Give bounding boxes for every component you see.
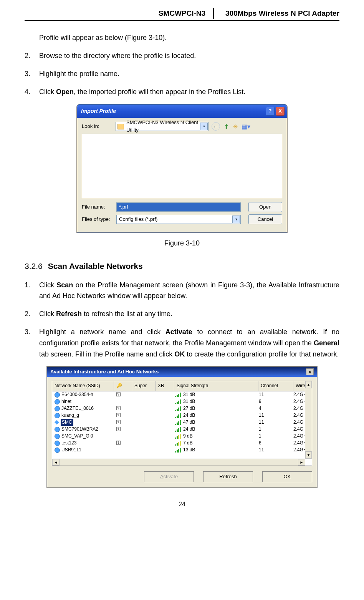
close-button[interactable]: X [276,107,285,116]
step-text: Browse to the directory where the profil… [39,52,196,60]
col-ssid[interactable]: Network Name (SSID) [52,381,114,391]
new-folder-icon[interactable]: ✳ [233,122,238,132]
filename-label: File name: [82,203,113,211]
page-header: SMCWPCI-N3 300Mbps Wireless N PCI Adapte… [25,8,339,21]
step-text: Click Scan on the Profile Management scr… [39,281,339,300]
cancel-button[interactable]: Cancel [248,214,282,224]
help-button[interactable]: ? [266,107,275,116]
lookin-combo[interactable]: SMCWPCI-N3 Wireless N Client Utility ▾ [116,122,208,131]
scroll-track[interactable] [305,388,312,451]
step-number: 1. [25,280,30,291]
scroll-up-icon[interactable]: ▲ [305,381,312,388]
horizontal-scrollbar[interactable]: ◄ ► [52,459,305,466]
col-signal[interactable]: Signal Strength [174,381,258,391]
signal-bars-icon [175,406,181,411]
signal-cell: 24 dB [183,413,195,418]
table-row[interactable]: JAZZTEL_0016⚿27 dB42.4GH [52,405,312,412]
intro-text: Profile will appear as below (Figure 3-1… [25,32,339,43]
signal-bars-icon [175,413,181,418]
col-xr[interactable]: XR [156,381,174,391]
view-menu-icon[interactable]: ▦▾ [242,122,250,132]
step-text: Highlight the profile name. [39,70,119,78]
section-number: 3.2.6 [25,262,43,270]
step-a2: 2. Browse to the directory where the pro… [25,50,339,61]
step-number: 4. [25,86,30,98]
page-number: 24 [25,499,339,509]
figure-caption-3-10: Figure 3-10 [25,238,339,249]
back-icon[interactable]: ← [212,122,220,131]
step-a4: 4. Click Open, the imported profile will… [25,86,339,98]
nav-icons: ← ⬆ ✳ ▦▾ [212,122,250,132]
table-row[interactable]: E64000-3354-h⚿31 dB112.4GH [52,391,312,398]
step-b2: 2. Click Refresh to refresh the list at … [25,308,339,320]
signal-cell: 7 dB [183,440,193,446]
ok-button[interactable]: OK [262,471,312,482]
network-icon [55,420,59,425]
scroll-right-icon[interactable]: ► [298,459,305,466]
scroll-left-icon[interactable]: ◄ [52,459,60,466]
filename-input[interactable]: *.prf [116,202,241,212]
table-row[interactable]: test123⚿7 dB62.4GH [52,440,312,447]
dialog-titlebar[interactable]: Available Infrastructure and Ad Hoc Netw… [47,367,317,377]
table-row[interactable]: SMC_VAP_G 09 dB12.4GH [52,433,312,440]
network-icon [55,392,60,398]
up-folder-icon[interactable]: ⬆ [224,122,229,132]
table-row[interactable]: SMC7901WBRA2⚿24 dB12.4GH [52,426,312,433]
chevron-down-icon[interactable]: ▾ [232,215,240,223]
signal-cell: 27 dB [183,406,195,411]
step-text: Highlight a network name and click Activ… [39,328,339,358]
vertical-scrollbar[interactable]: ▲ ▼ [305,381,312,459]
signal-bars-icon [175,427,181,432]
signal-cell: 24 dB [183,426,195,432]
section-heading: 3.2.6Scan Available Networks [25,260,339,273]
lock-icon: ⚿ [116,391,121,397]
signal-cell: 47 dB [183,419,195,425]
step-text: Click Refresh to refresh the list at any… [39,310,172,318]
filetype-value: Config files (*.prf) [119,215,157,224]
dialog-title: Available Infrastructure and Ad Hoc Netw… [50,368,159,376]
step-number: 3. [25,68,30,80]
table-row[interactable]: USR911113 dB112.4GH [52,447,312,454]
step-a3: 3. Highlight the profile name. [25,68,339,80]
header-product: 300Mbps Wireless N PCI Adapter [225,8,339,19]
table-row[interactable]: kuang_g⚿24 dB112.4GH [52,412,312,419]
col-security[interactable]: 🔑 [114,381,132,391]
open-button[interactable]: Open [248,202,282,212]
signal-bars-icon [175,420,181,425]
networks-table: Network Name (SSID) 🔑 Super XR Signal St… [52,381,312,466]
step-number: 2. [25,308,30,320]
signal-cell: 13 dB [183,447,195,452]
network-icon [55,427,60,432]
scroll-down-icon[interactable]: ▼ [305,451,312,459]
filetype-label: Files of type: [82,215,113,224]
file-list[interactable] [82,134,282,198]
filetype-combo[interactable]: Config files (*.prf) ▾ [116,215,241,224]
network-icon [55,434,60,439]
folder-icon [117,124,124,129]
signal-cell: 9 dB [183,433,193,439]
signal-bars-icon [175,441,181,446]
filename-value: *.prf [119,203,128,211]
network-icon [55,441,60,446]
col-channel[interactable]: Channel [258,381,293,391]
step-b1: 1. Click Scan on the Profile Management … [25,280,339,302]
chevron-down-icon[interactable]: ▾ [200,123,208,130]
network-icon [55,406,60,411]
lookin-value: SMCWPCI-N3 Wireless N Client Utility [126,119,207,135]
lock-icon: ⚿ [116,405,121,411]
import-profile-dialog: Import Profile ? X Look in: SMCWPCI-N3 W… [77,104,287,233]
col-super[interactable]: Super [132,381,156,391]
dialog-titlebar[interactable]: Import Profile ? X [77,105,287,118]
activate-button[interactable]: Activate [144,471,194,482]
channel-cell: 11 [256,446,291,454]
signal-cell: 31 dB [183,399,195,404]
lock-icon: ⚿ [116,419,121,425]
table-row[interactable]: hinet31 dB92.4GH [52,398,312,405]
signal-bars-icon [175,448,181,452]
network-icon [55,448,60,453]
refresh-button[interactable]: Refresh [203,471,253,482]
scroll-track[interactable] [60,459,298,466]
header-model: SMCWPCI-N3 [159,8,214,19]
close-button[interactable]: x [306,368,314,375]
table-row[interactable]: SMC⚿47 dB112.4GH [52,419,312,426]
